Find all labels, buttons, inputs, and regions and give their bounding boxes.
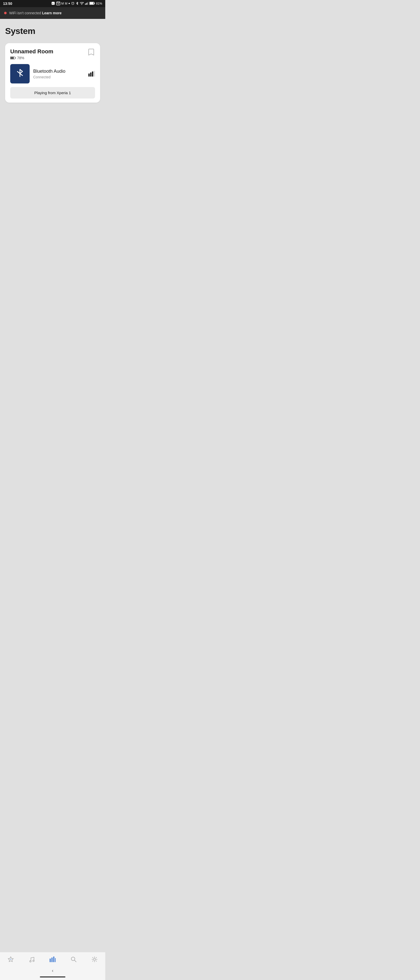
svg-text:R: R [83, 2, 84, 3]
page-title: System [5, 26, 100, 36]
bluetooth-status-icon [76, 2, 79, 6]
battery-status-icon [89, 2, 95, 5]
battery-percent: 81% [96, 2, 102, 5]
room-name: Unnamed Room [10, 48, 87, 55]
svg-line-11 [73, 2, 74, 2]
status-bar: 13:50 L 31 M M • [0, 0, 105, 7]
svg-rect-26 [92, 72, 93, 76]
bluetooth-symbol-icon [16, 68, 24, 80]
battery-percent-label: 78% [17, 56, 24, 60]
gmail-icon-2: M [65, 2, 67, 5]
status-time: 13:50 [3, 2, 12, 6]
wifi-status-icon: R [80, 2, 84, 6]
playing-from-button[interactable]: Playing from Xperia 1 [10, 87, 95, 99]
svg-rect-22 [11, 57, 14, 59]
wifi-banner[interactable]: WiFi isn't connected Learn more [0, 7, 105, 19]
card-title-section: Unnamed Room 78% [10, 48, 87, 60]
device-card: Unnamed Room 78% [5, 43, 100, 103]
svg-rect-16 [87, 3, 87, 5]
wifi-learn-more[interactable]: Learn more [42, 11, 62, 15]
svg-rect-14 [85, 3, 86, 5]
svg-text:L: L [53, 2, 54, 5]
signal-bars-icon [85, 2, 88, 6]
status-icons: L 31 M M • [51, 1, 102, 6]
svg-rect-15 [86, 3, 86, 5]
svg-line-10 [72, 2, 72, 2]
svg-point-12 [81, 4, 82, 5]
card-header: Unnamed Room 78% [10, 48, 95, 60]
bookmark-icon[interactable] [87, 48, 95, 56]
svg-rect-19 [89, 2, 94, 4]
svg-rect-27 [94, 71, 95, 76]
wifi-banner-text: WiFi isn't connected Learn more [9, 11, 62, 15]
calendar-icon: 31 [56, 1, 60, 6]
notification-dot: • [69, 1, 70, 6]
svg-rect-20 [94, 3, 95, 4]
battery-icon [10, 56, 16, 59]
signal-strength-icon [88, 71, 95, 76]
device-info: Bluetooth Audio Connected [33, 68, 85, 79]
line-icon: L [51, 1, 55, 6]
wifi-message: WiFi isn't connected [9, 11, 42, 15]
main-content: System Unnamed Room 78% [0, 19, 105, 220]
svg-rect-24 [88, 73, 89, 76]
alarm-icon [71, 2, 75, 6]
device-row: Bluetooth Audio Connected [10, 64, 95, 83]
svg-rect-25 [90, 73, 91, 76]
svg-text:31: 31 [57, 3, 59, 5]
wifi-error-dot [4, 12, 6, 14]
svg-rect-23 [15, 57, 16, 59]
device-status: Connected [33, 75, 85, 79]
gmail-icon-1: M [61, 2, 64, 5]
svg-rect-17 [88, 2, 88, 5]
battery-row: 78% [10, 56, 87, 60]
device-name: Bluetooth Audio [33, 68, 85, 74]
bluetooth-icon-box [10, 64, 30, 83]
